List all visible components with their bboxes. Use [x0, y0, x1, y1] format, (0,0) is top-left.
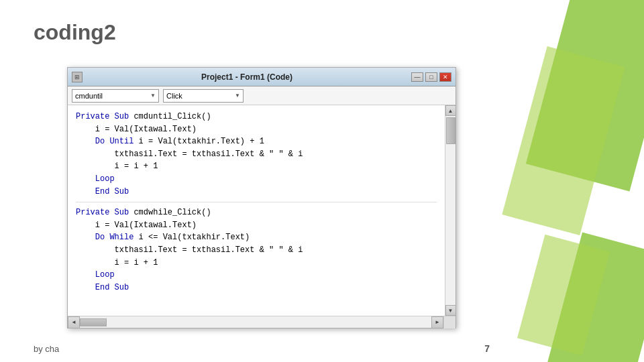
event-dropdown[interactable]: Click ▼	[163, 89, 244, 103]
scroll-right-button[interactable]: ►	[431, 316, 443, 328]
code-line-12: i = i + 1	[76, 257, 437, 269]
toolbar-row: cmduntil ▼ Click ▼	[68, 86, 455, 105]
code-line-6: Loop	[76, 173, 437, 186]
horizontal-scrollbar[interactable]: ◄ ►	[68, 316, 455, 328]
code-line-4: txthasil.Text = txthasil.Text & " " & i	[76, 148, 437, 161]
scroll-thumb-h[interactable]	[80, 318, 107, 326]
window-icon: ⊞	[72, 72, 83, 82]
code-divider	[76, 202, 437, 202]
footer-author: by cha	[34, 344, 59, 354]
footer-number: 7	[484, 343, 490, 354]
object-dropdown-value: cmduntil	[75, 92, 103, 100]
decorative-shapes	[496, 0, 644, 362]
window-controls: — □ ✕	[411, 72, 451, 82]
vertical-scrollbar[interactable]: ▲ ▼	[445, 105, 455, 316]
page-title: coding2	[34, 20, 116, 45]
event-dropdown-arrow: ▼	[235, 93, 240, 99]
close-button[interactable]: ✕	[439, 72, 451, 82]
code-line-9: i = Val(Ixtawal.Text)	[76, 219, 437, 232]
code-line-14: End Sub	[76, 282, 437, 294]
code-line-13: Loop	[76, 269, 437, 282]
minimize-button[interactable]: —	[411, 72, 423, 82]
code-line-8: Private Sub cmdwhile_Click()	[76, 206, 437, 219]
scroll-up-button[interactable]: ▲	[445, 105, 456, 116]
code-editor[interactable]: Private Sub cmduntil_Click() i = Val(Ixt…	[68, 105, 445, 316]
event-dropdown-value: Click	[166, 92, 182, 100]
code-line-2: i = Val(Ixtawal.Text)	[76, 123, 437, 136]
deco-shape-1	[526, 0, 644, 192]
deco-shape-3	[547, 233, 644, 362]
code-line-5: i = i + 1	[76, 160, 437, 173]
deco-shape-4	[517, 235, 610, 355]
scroll-left-button[interactable]: ◄	[68, 316, 80, 328]
object-dropdown-arrow: ▼	[150, 93, 156, 99]
window-icon-symbol: ⊞	[74, 74, 80, 80]
ide-window: ⊞ Project1 - Form1 (Code) — □ ✕ cmduntil…	[67, 67, 456, 328]
code-line-1: Private Sub cmduntil_Click()	[76, 111, 437, 123]
window-title: Project1 - Form1 (Code)	[83, 72, 411, 82]
code-line-7: End Sub	[76, 186, 437, 198]
title-bar: ⊞ Project1 - Form1 (Code) — □ ✕	[68, 68, 455, 86]
scroll-track-h	[80, 316, 431, 328]
code-line-3: Do Until i = Val(txtakhir.Text) + 1	[76, 135, 437, 148]
code-area: Private Sub cmduntil_Click() i = Val(Ixt…	[68, 105, 455, 316]
deco-shape-2	[502, 46, 625, 235]
scrollbar-corner	[443, 316, 455, 328]
scroll-down-button[interactable]: ▼	[445, 305, 456, 316]
code-line-11: txthasil.Text = txthasil.Text & " " & i	[76, 244, 437, 257]
object-dropdown[interactable]: cmduntil ▼	[72, 89, 159, 103]
maximize-button[interactable]: □	[425, 72, 437, 82]
scroll-thumb-v[interactable]	[446, 117, 455, 144]
code-line-10: Do While i <= Val(txtakhir.Text)	[76, 231, 437, 244]
